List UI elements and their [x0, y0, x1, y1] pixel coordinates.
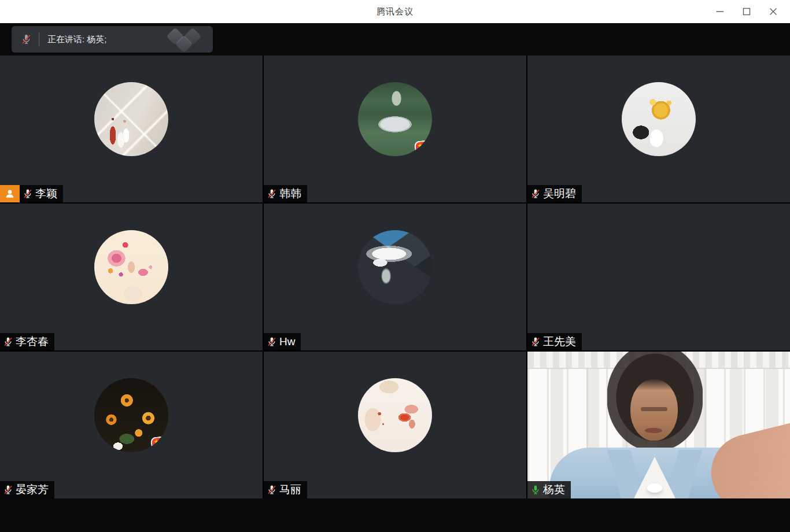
flag-star: ★	[153, 438, 160, 445]
participant-name: 马丽	[279, 482, 301, 497]
window-titlebar: 腾讯会议	[0, 0, 790, 23]
flag-star: ★★	[424, 145, 432, 149]
participant-name: 杨英	[543, 482, 565, 497]
participant-tile-active-speaker[interactable]: 杨英	[527, 352, 790, 498]
participant-tile[interactable]: Hw	[264, 204, 526, 350]
video-person-mouth	[645, 428, 662, 433]
minimize-button[interactable]	[707, 0, 733, 23]
participant-name: 韩韩	[279, 186, 301, 201]
participant-avatar: ★ ★★ ★★	[94, 378, 168, 452]
flag-star: ★★	[161, 441, 168, 445]
banner-divider	[39, 32, 39, 46]
mic-muted-icon	[23, 188, 33, 200]
mic-muted-icon	[267, 336, 277, 348]
flag-star: ★★	[424, 141, 432, 145]
profile-person-badge	[0, 185, 20, 202]
mic-muted-icon	[3, 484, 13, 496]
participant-grid: 李颖 ★ ★★ ★★ 韩韩	[0, 56, 790, 498]
video-person-bow	[647, 483, 662, 493]
participant-tile[interactable]: 李颖	[0, 56, 263, 202]
china-flag-badge-icon: ★ ★★ ★★	[414, 139, 432, 154]
participant-tile[interactable]: 吴明碧	[527, 56, 790, 202]
participant-name-label: 李颖	[20, 185, 63, 202]
participant-name-label: 王先美	[527, 333, 582, 350]
participant-tile[interactable]: 马丽	[264, 352, 526, 498]
mic-active-icon	[530, 484, 541, 496]
participant-name: Hw	[279, 335, 295, 348]
flag-star: ★★	[160, 437, 168, 441]
participant-name-label: 晏家芳	[0, 481, 54, 498]
participant-name: 王先美	[543, 334, 576, 349]
mic-muted-icon	[530, 336, 541, 348]
participant-name: 李杏春	[16, 334, 49, 349]
mic-muted-icon	[3, 336, 13, 348]
window-controls	[707, 0, 787, 23]
participant-avatar	[358, 230, 432, 304]
participant-name: 吴明碧	[543, 186, 576, 201]
participant-tile[interactable]: 李杏春	[0, 204, 263, 350]
participant-avatar	[622, 230, 696, 304]
close-button[interactable]	[760, 0, 787, 23]
participant-name: 李颖	[35, 186, 57, 201]
meeting-stage: 正在讲话: 杨英; 李颖	[0, 23, 790, 532]
participant-avatar: ★ ★★ ★★	[358, 82, 432, 156]
minimize-icon	[714, 5, 726, 18]
video-person-glasses	[641, 407, 667, 411]
flag-star: ★	[417, 142, 423, 149]
participant-name-label: Hw	[264, 333, 301, 350]
participant-name-label: 李杏春	[0, 333, 54, 350]
video-person-arm	[703, 418, 790, 498]
participant-name-label: 吴明碧	[527, 185, 582, 202]
maximize-icon	[740, 5, 753, 18]
participant-avatar	[622, 82, 696, 156]
participant-name-label: 马丽	[264, 481, 307, 498]
mic-muted-icon	[267, 484, 277, 496]
participant-name-label: 韩韩	[264, 185, 307, 202]
mic-muted-icon	[21, 33, 32, 46]
window-title: 腾讯会议	[376, 6, 414, 17]
person-icon	[4, 188, 16, 200]
participant-name: 晏家芳	[16, 482, 49, 497]
participant-avatar	[94, 82, 168, 156]
mic-muted-icon	[530, 188, 541, 200]
maximize-button[interactable]	[733, 0, 760, 23]
participant-tile[interactable]: 王先美	[527, 204, 790, 350]
participant-name-label: 杨英	[527, 481, 571, 498]
speaking-indicator-text: 正在讲话: 杨英;	[47, 34, 107, 45]
participant-tile[interactable]: ★ ★★ ★★ 韩韩	[264, 56, 526, 202]
participant-tile[interactable]: ★ ★★ ★★ 晏家芳	[0, 352, 263, 498]
mic-muted-icon	[267, 188, 277, 200]
close-icon	[767, 5, 780, 18]
china-flag-badge-icon: ★ ★★ ★★	[150, 435, 168, 450]
participant-avatar	[94, 230, 168, 304]
participant-avatar	[358, 378, 432, 452]
speaking-indicator-banner: 正在讲话: 杨英;	[12, 26, 213, 53]
